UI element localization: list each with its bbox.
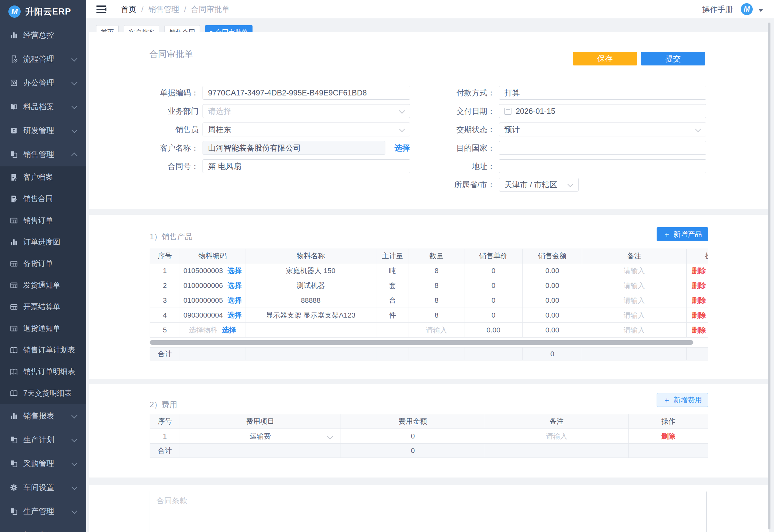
sidebar-item[interactable]: 退货通知单 bbox=[0, 318, 86, 339]
sidebar-item[interactable]: 加工车间 bbox=[0, 523, 86, 532]
vertical-scrollbar[interactable] bbox=[768, 23, 770, 529]
collapse-menu-icon[interactable] bbox=[96, 5, 106, 13]
contract-no-input-row: 合同号：第 电风扇 bbox=[144, 159, 410, 173]
doc-edit-icon bbox=[10, 173, 18, 182]
sidebar-item[interactable]: 采购管理 bbox=[0, 452, 86, 476]
customer-select-link[interactable]: 选择 bbox=[394, 143, 410, 153]
sidebar-item[interactable]: 销售订单计划表 bbox=[0, 339, 86, 361]
breadcrumb-item[interactable]: 首页 bbox=[121, 4, 136, 15]
delete-row-link[interactable]: 删除 bbox=[692, 310, 706, 320]
horizontal-scrollbar[interactable] bbox=[150, 338, 708, 347]
destination-country-input[interactable] bbox=[499, 141, 706, 155]
cell-quantity[interactable]: 8 bbox=[409, 293, 464, 308]
material-select-link[interactable]: 选择 bbox=[227, 296, 242, 305]
material-select-link[interactable]: 选择 bbox=[222, 325, 236, 335]
delivery-date-input[interactable]: 2026-01-15 bbox=[499, 104, 706, 118]
manual-link[interactable]: 操作手册 bbox=[702, 4, 733, 15]
delete-row-link[interactable]: 删除 bbox=[692, 296, 706, 305]
add-fee-button[interactable]: ＋ 新增费用 bbox=[657, 393, 708, 407]
plus-icon: ＋ bbox=[663, 231, 671, 238]
delivery-status-select[interactable]: 预计 bbox=[499, 123, 706, 136]
cell-quantity[interactable]: 请输入 bbox=[409, 323, 464, 338]
chevron-down-icon[interactable] bbox=[759, 9, 763, 12]
sidebar-item[interactable]: 流程管理 bbox=[0, 47, 86, 71]
material-select-link[interactable]: 选择 bbox=[227, 310, 242, 320]
cell-unit-price[interactable]: 0.00 bbox=[464, 323, 523, 338]
contract-terms-textarea[interactable]: 合同条款 bbox=[150, 491, 707, 532]
save-button[interactable]: 保存 bbox=[573, 52, 637, 65]
business-dept-select[interactable]: 请选择 bbox=[203, 104, 410, 118]
cell-quantity[interactable]: 8 bbox=[409, 263, 464, 278]
horizontal-scrollbar-thumb[interactable] bbox=[150, 340, 693, 345]
salesperson-select[interactable]: 周桂东 bbox=[203, 123, 410, 136]
submit-button[interactable]: 提交 bbox=[641, 52, 705, 65]
sidebar-item-label: 销售报表 bbox=[23, 411, 54, 421]
cell-material-name: 测试机器 bbox=[245, 278, 376, 293]
fee-amount-input[interactable]: 0 bbox=[341, 429, 485, 444]
sidebar-item[interactable]: 生产管理 bbox=[0, 499, 86, 523]
sidebar-item-label: 开票结算单 bbox=[23, 302, 60, 312]
sidebar-item[interactable]: 销售订单 bbox=[0, 210, 86, 231]
sidebar-item[interactable]: 客户档案 bbox=[0, 166, 86, 188]
cell-note-input[interactable]: 请输入 bbox=[582, 323, 687, 338]
breadcrumb-item[interactable]: 销售管理 bbox=[148, 4, 179, 15]
sidebar-item[interactable]: 料品档案 bbox=[0, 95, 86, 119]
cell-unit-price[interactable]: 0 bbox=[464, 278, 523, 293]
user-avatar[interactable]: M bbox=[741, 3, 753, 15]
cell-note-input[interactable]: 请输入 bbox=[582, 308, 687, 323]
sidebar-item[interactable]: 研发管理 bbox=[0, 119, 86, 143]
sidebar-item[interactable]: 订单进度图 bbox=[0, 231, 86, 253]
sidebar-item[interactable]: 车间设置 bbox=[0, 476, 86, 499]
payment-method-input[interactable]: 打算 bbox=[499, 86, 706, 100]
main-area: 首页/销售管理/合同审批单 操作手册 M 首页客户档案销售合同合同审批单 合同审… bbox=[86, 0, 774, 532]
delete-row-link[interactable]: 删除 bbox=[692, 266, 706, 276]
material-select-link[interactable]: 选择 bbox=[227, 281, 242, 291]
cell-quantity[interactable]: 8 bbox=[409, 278, 464, 293]
cell-row-no: 5 bbox=[150, 323, 180, 338]
sidebar-item[interactable]: 备货订单 bbox=[0, 253, 86, 274]
address-input[interactable] bbox=[499, 159, 706, 173]
order-code-input[interactable]: 9770CA17-3497-4DB2-995E-B49E9CF61BD8 bbox=[203, 86, 410, 100]
field-label: 目的国家： bbox=[438, 143, 495, 153]
sidebar-item[interactable]: 经营总控 bbox=[0, 23, 86, 47]
cell-unit-price[interactable]: 0 bbox=[464, 293, 523, 308]
fee-note-input[interactable]: 请输入 bbox=[485, 429, 629, 444]
sidebar-item[interactable]: 办公管理 bbox=[0, 71, 86, 95]
cell-note-input[interactable]: 请输入 bbox=[582, 293, 687, 308]
material-select-link[interactable]: 选择 bbox=[227, 266, 242, 276]
customer-name-input-row: 客户名称：山河智能装备股份有限公司选择 bbox=[144, 141, 410, 155]
province-city-select[interactable]: 天津市 / 市辖区 bbox=[499, 178, 579, 192]
contract-no-input[interactable]: 第 电风扇 bbox=[203, 159, 410, 173]
fee-item-select[interactable]: 运输费 bbox=[180, 429, 341, 444]
sidebar-item[interactable]: 发货通知单 bbox=[0, 274, 86, 296]
column-header: 销售单价 bbox=[464, 249, 523, 263]
sidebar-item[interactable]: 销售订单明细表 bbox=[0, 361, 86, 382]
sidebar-item[interactable]: 销售合同 bbox=[0, 188, 86, 210]
sidebar-item[interactable]: 7天交货明细表 bbox=[0, 382, 86, 404]
cell-note-input[interactable]: 请输入 bbox=[582, 278, 687, 293]
sidebar-item[interactable]: 开票结算单 bbox=[0, 296, 86, 318]
column-header: 物料名称 bbox=[245, 249, 376, 263]
sidebar-item[interactable]: 生产计划 bbox=[0, 428, 86, 452]
material-code-value[interactable]: 选择物料 bbox=[189, 325, 217, 335]
sidebar-item[interactable]: 销售管理 bbox=[0, 143, 86, 166]
grid-icon bbox=[10, 324, 18, 333]
total-cell bbox=[376, 348, 409, 360]
field-label: 销售员 bbox=[144, 124, 199, 135]
cell-unit-price[interactable]: 0 bbox=[464, 263, 523, 278]
delete-fee-link[interactable]: 删除 bbox=[661, 431, 676, 441]
breadcrumb-item[interactable]: 合同审批单 bbox=[191, 4, 230, 15]
column-header: 销售金额 bbox=[523, 249, 582, 263]
cell-quantity[interactable]: 8 bbox=[409, 308, 464, 323]
sidebar-item[interactable]: 销售报表 bbox=[0, 404, 86, 428]
sidebar-item-label: 客户档案 bbox=[23, 172, 53, 182]
cell-note-input[interactable]: 请输入 bbox=[582, 263, 687, 278]
delete-row-link[interactable]: 删除 bbox=[692, 325, 706, 335]
cell-unit-price[interactable]: 0 bbox=[464, 308, 523, 323]
customer-name-input[interactable]: 山河智能装备股份有限公司 bbox=[203, 141, 385, 155]
delete-row-link[interactable]: 删除 bbox=[692, 281, 706, 291]
add-product-button[interactable]: ＋ 新增产品 bbox=[657, 227, 708, 241]
chevron-down-icon bbox=[695, 126, 701, 132]
chevron-down-icon bbox=[71, 103, 77, 109]
payment-method-input-row: 付款方式：打算 bbox=[438, 86, 706, 100]
